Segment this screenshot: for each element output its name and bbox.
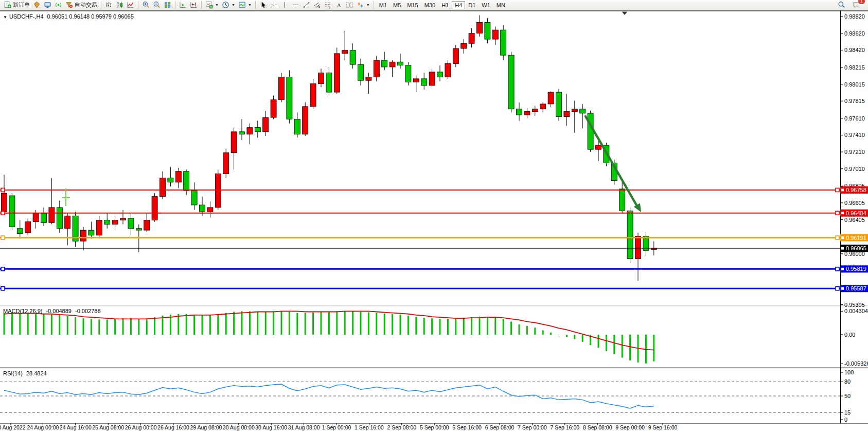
macd-histogram-bar	[519, 324, 520, 335]
chart-shift-marker[interactable]	[622, 11, 628, 15]
line-handle[interactable]	[836, 211, 839, 215]
virtual-hosting-button[interactable]	[42, 1, 53, 10]
toolbar-separator	[255, 1, 256, 9]
tf-m15-button[interactable]: M15	[404, 1, 421, 9]
horizontal-line-button[interactable]	[290, 1, 301, 10]
line-chart-button[interactable]	[125, 1, 136, 10]
dropdown-caret-icon[interactable]: ▼	[215, 3, 219, 7]
tf-m5-button[interactable]: M5	[390, 1, 404, 9]
arrows-button[interactable]: ▼	[355, 1, 371, 10]
fibonacci-icon: F	[324, 1, 332, 9]
tile-windows-button[interactable]	[162, 1, 173, 10]
macd-histogram-bar	[400, 315, 401, 335]
line-handle[interactable]	[1, 188, 5, 192]
candlestick-chart-button[interactable]	[114, 1, 125, 10]
crosshair-button[interactable]	[269, 1, 279, 10]
dropdown-caret-icon[interactable]: ▼	[366, 3, 370, 7]
candle-bullish	[49, 208, 55, 222]
autotrading-button[interactable]: 自动交易	[64, 1, 99, 10]
macd-histogram-bar	[257, 312, 258, 335]
rsi-name: RSI(14)	[3, 370, 23, 376]
crosshair-icon	[270, 1, 278, 9]
periods-button[interactable]: ▼	[220, 1, 237, 10]
macd-histogram-bar	[146, 318, 148, 335]
macd-histogram-bar	[107, 319, 108, 335]
candle-bearish	[239, 132, 245, 134]
candle-bearish	[588, 113, 593, 149]
price-axis[interactable]	[840, 10, 868, 423]
text-label-button[interactable]: T	[344, 1, 355, 10]
candle-bullish	[81, 230, 86, 241]
line-handle[interactable]	[1, 267, 5, 271]
text-button[interactable]: A	[333, 1, 344, 10]
tf-h4-button[interactable]: H4	[452, 1, 465, 9]
candle-bullish	[263, 117, 269, 132]
candle-bullish	[303, 107, 308, 134]
dropdown-caret-icon[interactable]: ▼	[248, 3, 252, 7]
macd-histogram-bar	[392, 314, 393, 335]
line-chart-icon	[127, 1, 134, 9]
line-handle[interactable]	[836, 287, 839, 290]
zoom-out-button[interactable]	[151, 1, 162, 10]
candle-bullish	[596, 145, 601, 149]
notifications-button[interactable]: 1	[851, 1, 862, 10]
zoom-in-button[interactable]	[140, 1, 151, 10]
tf-m30-button[interactable]: M30	[421, 1, 438, 9]
market-watch-button[interactable]	[31, 1, 42, 10]
search-button[interactable]	[836, 1, 847, 10]
macd-histogram-bar	[494, 317, 496, 335]
templates-button[interactable]: ▼	[237, 1, 253, 10]
tf-w1-button[interactable]: W1	[479, 1, 493, 9]
line-handle[interactable]	[836, 188, 839, 192]
down-trend-arrow[interactable]	[586, 116, 637, 206]
candle-bullish	[453, 48, 458, 63]
cursor-icon	[259, 1, 267, 9]
autotrading-icon	[65, 1, 73, 9]
candle-bearish	[57, 208, 62, 229]
tf-mn-button[interactable]: MN	[493, 1, 508, 9]
candles-icon	[116, 1, 123, 9]
macd-histogram-bar	[51, 315, 52, 335]
vertical-line-button[interactable]	[279, 1, 290, 10]
new-order-button[interactable]: 新订单	[2, 1, 31, 10]
chart-expander-icon[interactable]: ▼	[3, 15, 7, 20]
line-handle[interactable]	[836, 267, 839, 271]
signals-button[interactable]	[53, 1, 64, 10]
candle-bullish	[374, 60, 379, 77]
shapes-icon	[357, 1, 364, 9]
chart-canvas[interactable]: 0.988200.986200.984200.982150.980150.978…	[0, 10, 868, 431]
line-handle[interactable]	[1, 287, 5, 290]
fibonacci-retracement-button[interactable]: F	[323, 1, 333, 10]
line-handle[interactable]	[1, 211, 5, 215]
chart-ohlc-values: 0.96051 0.96148 0.95979 0.96065	[47, 13, 134, 20]
candle-bullish	[445, 64, 451, 77]
macd-histogram-bar	[265, 312, 267, 335]
chart-shift-button[interactable]	[188, 1, 199, 10]
candle-bearish	[358, 64, 364, 80]
auto-scroll-button[interactable]	[178, 1, 188, 10]
cursor-button[interactable]	[258, 1, 269, 10]
trendline-button[interactable]	[301, 1, 312, 10]
equidistant-channel-button[interactable]: E	[312, 1, 323, 10]
macd-histogram-bar	[178, 314, 179, 335]
candle-bearish	[398, 62, 403, 65]
tf-m1-button[interactable]: M1	[376, 1, 390, 9]
hline-icon	[292, 1, 299, 9]
indicators-button[interactable]: ▼	[204, 1, 220, 10]
line-handle[interactable]	[836, 236, 839, 239]
candle-bearish	[191, 191, 197, 205]
candle-bullish	[96, 220, 102, 235]
tf-d1-button[interactable]: D1	[465, 1, 479, 9]
auto-scroll-icon	[179, 1, 187, 9]
line-handle[interactable]	[1, 236, 5, 239]
dropdown-caret-icon[interactable]: ▼	[232, 3, 235, 7]
candle-bullish	[548, 92, 554, 104]
macd-signal-value: -0.002788	[75, 308, 101, 314]
candle-bearish	[104, 220, 110, 224]
macd-histogram-bar	[487, 317, 488, 335]
time-axis[interactable]	[0, 423, 868, 431]
main-toolbar: 新订单自动交易▼▼▼EFAT▼M1M5M15M30H1H4D1W1MN1	[0, 0, 868, 10]
bar-chart-button[interactable]	[103, 1, 114, 10]
tf-h1-button[interactable]: H1	[438, 1, 452, 9]
macd-histogram-bar	[447, 319, 449, 335]
